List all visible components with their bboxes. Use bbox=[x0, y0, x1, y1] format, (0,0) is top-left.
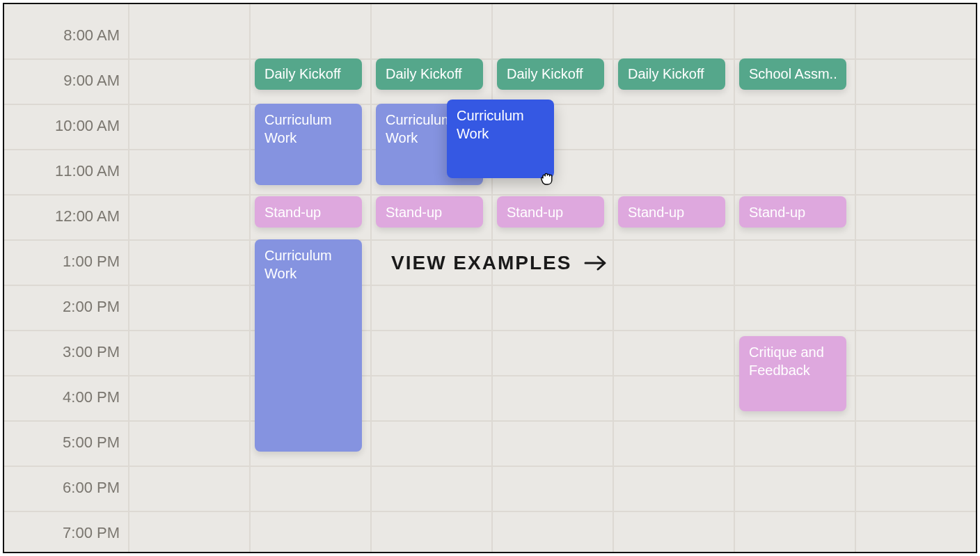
hour-divider bbox=[4, 511, 976, 512]
event-critique[interactable]: Critique and Feedback bbox=[739, 336, 846, 411]
calendar-grid: 8:00 AM9:00 AM10:00 AM11:00 AM12:00 AM1:… bbox=[4, 4, 976, 552]
time-label: 6:00 PM bbox=[8, 479, 120, 497]
event-curr-drag[interactable]: Curriculum Work bbox=[447, 100, 554, 178]
view-examples-label: VIEW EXAMPLES bbox=[391, 252, 571, 274]
time-label: 3:00 PM bbox=[8, 343, 120, 361]
day-divider bbox=[976, 4, 977, 552]
event-curr-1[interactable]: Curriculum Work bbox=[255, 104, 362, 185]
event-standup-4[interactable]: Stand-up bbox=[618, 196, 725, 228]
time-label: 1:00 PM bbox=[8, 253, 120, 271]
time-label: 9:00 AM bbox=[8, 72, 120, 90]
time-label: 11:00 AM bbox=[8, 162, 120, 180]
time-column: 8:00 AM9:00 AM10:00 AM11:00 AM12:00 AM1:… bbox=[4, 4, 128, 552]
day-divider bbox=[612, 4, 614, 552]
day-divider bbox=[249, 4, 251, 552]
event-school-assm[interactable]: School Assm.. bbox=[739, 58, 846, 90]
hour-divider bbox=[4, 420, 976, 422]
hour-divider bbox=[4, 194, 976, 196]
day-divider bbox=[734, 4, 735, 552]
hour-divider bbox=[4, 285, 976, 286]
time-label: 5:00 PM bbox=[8, 434, 120, 452]
hour-divider bbox=[4, 466, 976, 467]
event-curr-3[interactable]: Curriculum Work bbox=[255, 239, 362, 452]
event-standup-2[interactable]: Stand-up bbox=[376, 196, 483, 228]
time-label: 4:00 PM bbox=[8, 388, 120, 406]
event-kickoff-3[interactable]: Daily Kickoff bbox=[497, 58, 604, 90]
day-divider bbox=[128, 4, 129, 552]
view-examples-link[interactable]: VIEW EXAMPLES bbox=[391, 252, 608, 274]
time-label: 7:00 PM bbox=[8, 524, 120, 542]
hour-divider bbox=[4, 330, 976, 331]
calendar-frame: 8:00 AM9:00 AM10:00 AM11:00 AM12:00 AM1:… bbox=[3, 3, 977, 553]
time-label: 10:00 AM bbox=[8, 117, 120, 135]
event-standup-3[interactable]: Stand-up bbox=[497, 196, 604, 228]
event-kickoff-2[interactable]: Daily Kickoff bbox=[376, 58, 483, 90]
hour-divider bbox=[4, 239, 976, 241]
event-standup-1[interactable]: Stand-up bbox=[255, 196, 362, 228]
event-kickoff-4[interactable]: Daily Kickoff bbox=[618, 58, 725, 90]
time-label: 8:00 AM bbox=[8, 26, 120, 45]
arrow-right-icon bbox=[584, 255, 608, 271]
day-divider bbox=[370, 4, 372, 552]
day-divider bbox=[855, 4, 856, 552]
day-divider bbox=[491, 4, 493, 552]
time-label: 12:00 AM bbox=[8, 207, 120, 225]
time-label: 2:00 PM bbox=[8, 298, 120, 316]
event-standup-5[interactable]: Stand-up bbox=[739, 196, 846, 228]
event-kickoff-1[interactable]: Daily Kickoff bbox=[255, 58, 362, 90]
